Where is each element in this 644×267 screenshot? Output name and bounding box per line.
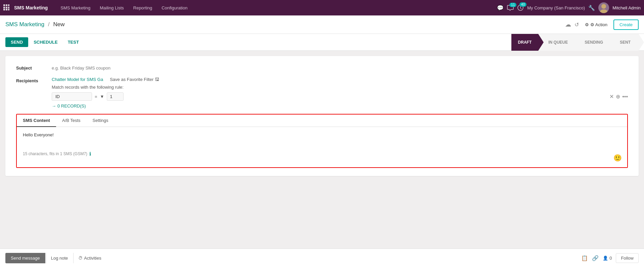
count-value: 0 (609, 256, 612, 261)
svg-rect-2 (8, 4, 9, 6)
app-title: SMS Marketing (14, 5, 48, 10)
status-progress: DRAFT IN QUEUE SENDING SENT (511, 34, 639, 51)
svg-rect-4 (6, 7, 7, 8)
main-content: Subject Recipients Chatter Model for SMS… (0, 51, 644, 249)
chevron-down-icon: ▼ (100, 94, 104, 99)
settings-icon[interactable]: 🔧 (588, 5, 595, 11)
company-name: My Company (San Francisco) (527, 5, 585, 10)
top-navigation: SMS Marketing SMS Marketing Mailing List… (0, 0, 644, 15)
recipients-top: Chatter Model for SMS Ga Save as Favorit… (52, 77, 628, 82)
nav-right: 💬 11 40 My Company (San Francisco) 🔧 Mit… (497, 2, 641, 13)
rule-delete-button[interactable]: ✕ (609, 93, 614, 100)
emoji-button[interactable]: 🙂 (613, 154, 622, 162)
attachment-icon[interactable]: 📋 (581, 255, 588, 261)
records-link[interactable]: → 0 RECORD(S) (52, 103, 628, 108)
svg-rect-8 (8, 9, 9, 10)
svg-rect-7 (6, 9, 7, 10)
clock-small-icon: ⏱ (78, 256, 83, 261)
cloud-icon[interactable]: ☁ (565, 21, 571, 28)
rule-add-button[interactable]: ⊕ (616, 93, 620, 100)
arrow-right-icon: → (52, 103, 56, 108)
log-note-button[interactable]: Log note (46, 253, 73, 263)
save-filter-button[interactable]: Save as Favorite Filter 🖫 (110, 77, 159, 82)
test-button[interactable]: TEST (63, 37, 84, 47)
recipients-row: Recipients Chatter Model for SMS Ga Save… (16, 77, 628, 108)
save-icon: 🖫 (155, 77, 159, 82)
user-name: Mitchell Admin (612, 5, 641, 10)
action-button[interactable]: ⚙ ⚙ Action (582, 21, 610, 29)
tab-content-sms: Hello Everyone! 15 characters, fits in 1… (17, 127, 627, 167)
rule-more-button[interactable]: ••• (622, 93, 628, 100)
breadcrumb-actions: ☁ ↺ ⚙ ⚙ Action Create (565, 19, 639, 30)
rule-value[interactable]: 1 (107, 92, 124, 101)
breadcrumb-app[interactable]: SMS Marketing (5, 21, 44, 28)
refresh-icon[interactable]: ↺ (574, 21, 579, 28)
avatar[interactable] (598, 2, 609, 13)
breadcrumb-sep: / (48, 21, 50, 28)
send-message-button[interactable]: Send message (5, 253, 45, 263)
toolbar-row: SEND SCHEDULE TEST DRAFT IN QUEUE SENDIN… (0, 34, 644, 51)
info-icon[interactable]: ℹ (89, 151, 91, 157)
messages-badge: 11 (509, 3, 516, 7)
bottom-left: Send message Log note ⏱ Activities (5, 253, 106, 263)
breadcrumb-page: New (53, 21, 64, 28)
grid-icon[interactable] (3, 4, 9, 11)
svg-point-11 (600, 9, 607, 13)
recipients-block: Chatter Model for SMS Ga Save as Favorit… (52, 77, 628, 108)
tab-ab-tests[interactable]: A/B Tests (56, 115, 87, 127)
sms-char-info: 15 characters, fits in 1 SMS (GSM7) (23, 151, 87, 156)
schedule-button[interactable]: SCHEDULE (29, 37, 62, 47)
nav-mailing-lists[interactable]: Mailing Lists (96, 4, 128, 12)
toolbar-left: SEND SCHEDULE TEST (5, 37, 84, 47)
chat-icon[interactable]: 💬 (497, 5, 504, 11)
form-card: Subject Recipients Chatter Model for SMS… (5, 56, 639, 176)
activities-label: Activities (84, 256, 101, 261)
send-button[interactable]: SEND (5, 37, 28, 47)
nav-items: SMS Marketing Mailing Lists Reporting Co… (56, 4, 495, 12)
gear-icon: ⚙ (585, 22, 589, 27)
sms-message-text[interactable]: Hello Everyone! (23, 132, 621, 146)
svg-rect-0 (3, 4, 5, 6)
save-filter-label: Save as Favorite Filter (110, 77, 153, 82)
rule-actions: ✕ ⊕ ••• (609, 93, 628, 100)
messages-icon[interactable]: 11 (507, 5, 514, 11)
create-button[interactable]: Create (613, 19, 639, 30)
svg-point-10 (601, 4, 606, 9)
recipients-model[interactable]: Chatter Model for SMS Ga (52, 77, 103, 82)
records-count: 0 RECORD(S) (57, 103, 86, 108)
follower-count: 👤 0 (603, 256, 612, 261)
match-rule-text: Match records with the following rule: (52, 85, 628, 90)
svg-rect-5 (8, 7, 9, 8)
breadcrumb-row: SMS Marketing / New ☁ ↺ ⚙ ⚙ Action Creat… (0, 15, 644, 34)
rule-operator-dropdown[interactable]: ▼ (100, 94, 104, 99)
subject-row: Subject (16, 64, 628, 72)
tabs-header: SMS Content A/B Tests Settings (17, 115, 627, 127)
recipients-label: Recipients (16, 77, 46, 83)
rule-row: ID = ▼ 1 ✕ ⊕ ••• (52, 92, 628, 101)
svg-rect-6 (3, 9, 5, 10)
tab-sms-content[interactable]: SMS Content (17, 115, 56, 127)
link-icon[interactable]: 🔗 (592, 255, 599, 261)
subject-input[interactable] (52, 64, 628, 72)
tabs-section: SMS Content A/B Tests Settings Hello Eve… (16, 114, 628, 168)
nav-sms-marketing[interactable]: SMS Marketing (56, 4, 94, 12)
clock-icon[interactable]: 40 (517, 4, 524, 11)
breadcrumb: SMS Marketing / New (5, 21, 64, 28)
status-draft: DRAFT (511, 34, 539, 51)
nav-reporting[interactable]: Reporting (129, 4, 156, 12)
activities-badge: 40 (519, 2, 526, 7)
subject-label: Subject (16, 64, 46, 71)
action-label: ⚙ Action (590, 22, 607, 27)
status-inqueue: IN QUEUE (538, 34, 574, 51)
tab-settings[interactable]: Settings (87, 115, 114, 127)
rule-eq: = (95, 94, 97, 99)
nav-configuration[interactable]: Configuration (157, 4, 191, 12)
svg-rect-3 (3, 7, 5, 8)
svg-rect-1 (6, 4, 7, 6)
rule-field[interactable]: ID (52, 92, 92, 101)
person-icon: 👤 (603, 256, 608, 261)
sms-meta: 15 characters, fits in 1 SMS (GSM7) ℹ (23, 151, 621, 157)
activities-button[interactable]: ⏱ Activities (73, 253, 106, 263)
bottom-right: 📋 🔗 👤 0 Follow (581, 253, 639, 263)
follow-button[interactable]: Follow (616, 253, 639, 263)
